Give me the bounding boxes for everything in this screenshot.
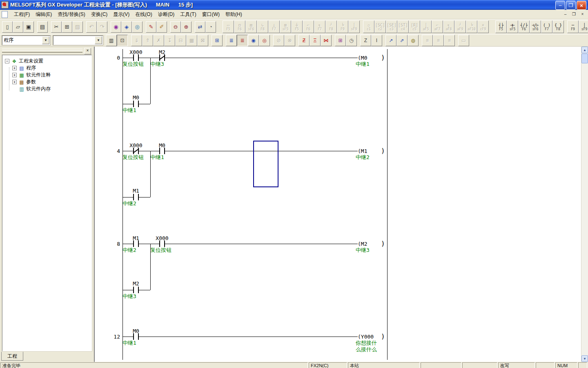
sfc-comment-button[interactable]: ▫ c1 [363,20,374,33]
menu-edit[interactable]: 编辑(E) [33,10,55,19]
partial-run-icon[interactable]: ⊟ [175,35,186,46]
batch-monitor-icon[interactable]: ≡ [444,35,455,46]
sfc-rule-delete-button[interactable]: × cF9 [477,20,489,33]
chevron-down-icon[interactable]: ▼ [42,36,49,44]
find-string-icon[interactable]: ◎ [132,21,143,33]
zoom-in-icon[interactable]: ⊕ [181,21,192,33]
print-icon[interactable]: ▤ [37,21,48,33]
horizontal-line-button[interactable]: ─ F9 [567,20,579,33]
tab-project[interactable]: 工程 [1,352,23,361]
sfc-rule4-button[interactable]: ╘ aF10 [466,20,477,33]
cut-icon[interactable]: ✂ [51,21,62,33]
device-search-combo[interactable]: ▼ [53,36,103,45]
jump-window-icon[interactable]: ↗ [385,35,396,46]
menu-online[interactable]: 在线(O) [132,10,155,19]
open-project-icon[interactable]: ▱ [13,21,23,33]
sfc-st-button[interactable]: [ST] c4 [397,20,409,33]
sfc-sc-button[interactable]: [SC] c2 [374,20,386,33]
expand-icon[interactable]: + [12,66,17,70]
tree-item-program[interactable]: + ▤ 程序 [2,65,91,72]
panel-drag-handle[interactable] [2,49,82,53]
delete-monitor-icon[interactable]: ≡ [433,35,444,46]
close-button[interactable]: × [577,1,586,10]
find-instruction-icon[interactable]: ◈ [121,21,132,33]
sfc-rule2-button[interactable]: ╕ aF8 [443,20,454,33]
scale-icon[interactable]: ▭ [458,35,469,46]
menu-tools[interactable]: 工具(T) [177,10,199,19]
mdi-close-button[interactable]: × [579,11,586,18]
clock-setting-icon[interactable]: ◷ [346,35,357,46]
sfc-step-button[interactable]: ▭ F5 [223,20,234,33]
closed-branch-button[interactable]: ⊣/⊢ sF6 [530,20,541,33]
sfc-r-button[interactable]: [R] c5 [409,20,420,33]
vertical-scrollbar[interactable]: ▲ ▼ [581,47,588,362]
error-jump-icon[interactable]: ✗ [153,35,164,46]
chevron-down-icon[interactable]: ▼ [95,36,102,44]
monitor-mode-icon[interactable]: ⊘ [273,35,284,46]
step-run-icon[interactable]: ↧ [164,35,175,46]
trace-status-icon[interactable]: I [371,35,382,46]
vertical-line-button[interactable]: │ sF9 [579,20,588,33]
note-edit-icon[interactable]: ⋈ [321,35,332,46]
device-memory-icon[interactable]: ⊞ [335,35,346,46]
transfer-setup-icon[interactable]: ⇄ [195,21,205,33]
menu-view[interactable]: 显示(V) [110,10,132,19]
ladder-window-icon[interactable]: ⊞ [212,35,223,46]
paste-icon[interactable]: ▨ [72,21,83,33]
new-project-icon[interactable]: ▯ [2,21,13,33]
find-contact-coil-icon[interactable]: ◍ [408,35,419,46]
comment-display-icon[interactable]: ▥ [106,35,117,46]
comment-edit-icon[interactable]: Ƶ [298,35,310,46]
tree-item-device-memory[interactable]: ▥ 软元件内存 [2,85,91,92]
menu-project[interactable]: 工程(F) [11,10,33,19]
expand-icon[interactable]: + [12,73,17,77]
open-branch-button[interactable]: ⊣⊢ sF5 [507,20,518,33]
ladder-canvas[interactable]: 0 X000 复位按钮 M2 中继3 (M0 ) 中继1 M0 中继1 [95,47,581,362]
sfc-dual-block-button[interactable]: ▤ sF6 [245,20,257,33]
menu-convert[interactable]: 变换(C) [88,10,111,19]
program-monitor-icon[interactable]: ▦ [186,35,197,46]
statement-edit-icon[interactable]: Ξ [310,35,321,46]
closed-contact-button[interactable]: ┤/├ F6 [518,20,530,33]
menu-help[interactable]: 帮助(H) [223,10,245,19]
ladder-editor[interactable]: 0 X000 复位按钮 M2 中继3 (M0 ) 中继1 M0 中继1 [94,47,588,362]
read-mode-icon[interactable]: ◉ [248,35,259,46]
sfc-se-button[interactable]: [SE] c3 [386,20,397,33]
undo-icon[interactable]: ↶ [86,21,97,33]
sfc-dummy-button[interactable]: ⊠ sF5 [280,20,291,33]
sfc-vline-button[interactable]: │ sF9 [348,20,360,33]
mdi-minimize-button[interactable]: – [561,11,569,18]
save-project-icon[interactable]: ▣ [23,21,34,33]
sampling-trace-icon[interactable]: ⊠ [197,35,208,46]
tree-item-device-comment[interactable]: + ▦ 软元件注释 [2,72,91,79]
register-monitor-icon[interactable]: ≡ [422,35,433,46]
sfc-transition-button[interactable]: ┼ F5 [291,20,303,33]
plc-write-icon[interactable]: ⇓ [131,35,142,46]
redo-icon[interactable]: ↷ [97,21,107,33]
sfc-block-button[interactable]: ⊟ F6 [234,20,245,33]
menu-diagnostics[interactable]: 诊断(D) [155,10,178,19]
open-contact-button[interactable]: ┤├ F5 [495,20,507,33]
minimize-button[interactable]: – [555,1,565,10]
parameter-check-icon[interactable]: ✐ [156,21,167,33]
program-select-combo[interactable]: 程序 ▼ [2,36,50,45]
monitor-icon[interactable]: ◔ [205,21,216,33]
write-mode-icon[interactable]: ◎ [259,35,270,46]
collapse-icon[interactable]: − [5,59,9,63]
sfc-jump-button[interactable]: ↳ F8 [257,20,268,33]
sfc-sel-branch-button[interactable]: ⌐ F6 [303,20,314,33]
zoom-out-icon[interactable]: ⊖ [170,21,181,33]
sfc-rule3-button[interactable]: ┘ aF9 [454,20,466,33]
copy-icon[interactable]: ⊞ [62,21,72,33]
ladder-edit-mode-icon[interactable]: ≣ [237,35,248,46]
tree-item-root[interactable]: − ❖ 工程未设置 [2,58,91,65]
panel-close-icon[interactable]: × [84,48,91,54]
restore-button[interactable]: ❐ [566,1,576,10]
sfc-end-button[interactable]: ⊥ F7 [268,20,280,33]
scroll-down-icon[interactable]: ▼ [581,355,588,362]
expand-icon[interactable]: + [12,80,17,84]
online-change-icon[interactable]: Z [360,35,371,46]
find-device-icon[interactable]: ◉ [111,21,121,33]
sfc-rule-vline-button[interactable]: │ aF5 [420,20,432,33]
sfc-sel-join-button[interactable]: ┘ F8 [325,20,337,33]
